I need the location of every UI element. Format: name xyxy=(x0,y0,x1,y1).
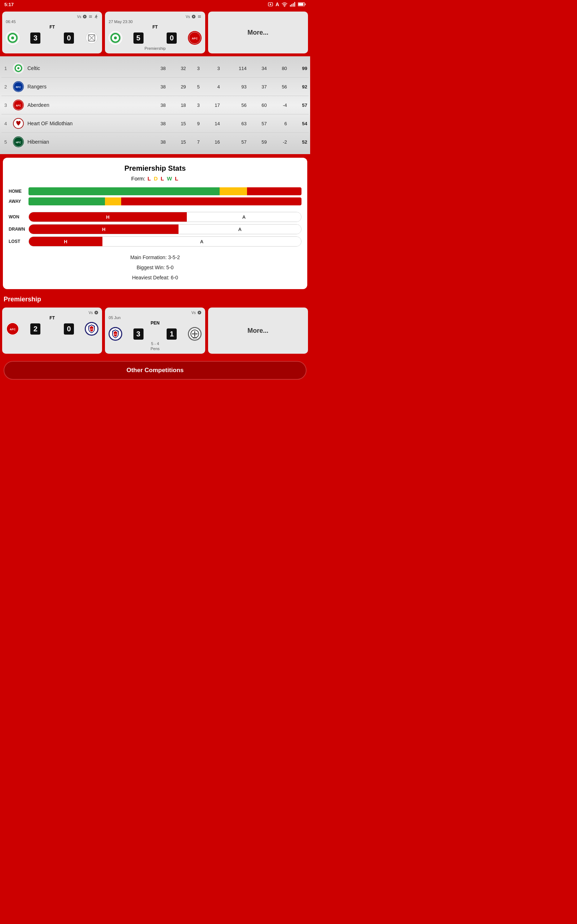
table-row[interactable]: 1 Celtic 38 32 3 3 114 xyxy=(2,59,309,78)
aberdeen-logo-small: AFC xyxy=(13,100,24,110)
home-bar-row: HOME xyxy=(9,187,301,195)
smatch2-home-score: 3 xyxy=(134,328,143,340)
team-cell-celtic: 1 xyxy=(4,63,24,74)
hibs-logo-small: HFC xyxy=(13,136,24,147)
won-bar-container: H A xyxy=(29,212,301,222)
won-bar-row: WON H A xyxy=(9,212,301,222)
svg-point-1 xyxy=(270,3,271,5)
match-more-card[interactable]: More... xyxy=(208,11,308,53)
top-matches-section: Vs 06:45 FT 3 0 xyxy=(0,9,310,56)
svg-rect-4 xyxy=(292,4,292,6)
svg-text:HFC: HFC xyxy=(16,141,21,144)
smatch2-vs-icons: Vs xyxy=(108,310,201,315)
match2-status: FT xyxy=(108,24,201,30)
celtic-logo-small xyxy=(13,63,24,74)
signal-icon xyxy=(290,2,296,7)
ross-county-logo: RCFC xyxy=(85,322,98,336)
away-bar-label: AWAY xyxy=(9,199,29,204)
svg-text:AFC: AFC xyxy=(16,104,21,107)
svg-rect-6 xyxy=(294,2,295,7)
home-bar-label: HOME xyxy=(9,189,29,194)
drawn-home-section: H xyxy=(29,225,179,234)
svg-rect-9 xyxy=(305,3,305,5)
battery-icon xyxy=(298,2,306,6)
match-card-1[interactable]: Vs 06:45 FT 3 0 xyxy=(2,11,102,53)
match1-home-score: 3 xyxy=(30,32,40,44)
other-competitions-button[interactable]: Other Competitions xyxy=(3,361,306,380)
match1-status: FT xyxy=(6,24,98,30)
team-cell-hibs: 5 HFC xyxy=(4,136,24,147)
thistle-logo: 1876 xyxy=(188,327,201,341)
smatch2-teams: RCFC 3 1 1 xyxy=(108,327,201,341)
form-letter-3: L xyxy=(161,175,164,181)
svg-text:RFC: RFC xyxy=(16,86,21,89)
team-cell-aberdeen: 3 AFC xyxy=(4,100,24,110)
smatch2-home-logo: RCFC xyxy=(108,327,122,341)
team-cell-hearts: 4 xyxy=(4,118,24,129)
smatch1-teams: AFC 2 0 RCFC xyxy=(6,322,98,336)
lost-bar-container: H A xyxy=(29,236,301,247)
match-more-label: More... xyxy=(247,29,268,36)
lost-bar-label: LOST xyxy=(9,239,29,244)
match2-away-logo: AFC xyxy=(188,31,201,45)
team-name-aberdeen: Aberdeen xyxy=(27,102,49,108)
away-bar-row: AWAY xyxy=(9,197,301,205)
match2-date: 27 May 23:30 xyxy=(108,19,201,24)
league-table-section: 1 Celtic 38 32 3 3 114 xyxy=(0,56,310,154)
svg-rect-8 xyxy=(298,3,303,5)
form-letter-1: L xyxy=(148,175,151,181)
svg-text:RCFC: RCFC xyxy=(89,328,94,330)
lost-home-section: H xyxy=(29,237,102,246)
table-row[interactable]: 2 RFC Rangers 38 29 5 4 93 37 xyxy=(2,78,309,96)
smatch-card-2[interactable]: Vs 05 Jun PEN RCFC 3 1 xyxy=(105,307,205,354)
match2-home-logo xyxy=(108,31,122,45)
smatch2-status: PEN xyxy=(108,320,201,326)
table-row[interactable]: 5 HFC Hibernian 38 15 7 16 57 59 xyxy=(2,133,309,151)
won-away-section: A xyxy=(187,212,301,221)
rangers-logo-small: RFC xyxy=(13,81,24,92)
svg-point-40 xyxy=(194,333,195,334)
won-bar-label: WON xyxy=(9,215,29,220)
hearts-logo-small xyxy=(13,118,24,129)
smatch-card-1[interactable]: Vs FT AFC 2 0 xyxy=(2,307,102,354)
svg-point-19 xyxy=(114,36,117,39)
form-label: Form: xyxy=(131,175,145,181)
smatch1-home-score: 2 xyxy=(30,323,40,334)
team-name-rangers: Rangers xyxy=(27,84,47,89)
form-letter-2: D xyxy=(154,175,158,181)
smatch1-away-score: 0 xyxy=(64,323,74,334)
svg-text:AFC: AFC xyxy=(192,37,198,40)
stats-title: Premiership Stats xyxy=(9,164,301,173)
match1-teams: 3 0 xyxy=(6,31,98,45)
match1-away-logo xyxy=(85,31,98,45)
drawn-bar-container: H A xyxy=(29,224,301,234)
smatch2-date: 05 Jun xyxy=(108,315,201,320)
match1-away-score: 0 xyxy=(64,32,74,44)
svg-point-24 xyxy=(17,67,19,69)
match-card-2[interactable]: Vs 27 May 23:30 FT 5 0 xyxy=(105,11,205,53)
team-name-celtic: Celtic xyxy=(27,65,40,71)
smatch2-away-score: 1 xyxy=(167,328,177,340)
svg-point-12 xyxy=(11,36,14,39)
table-row[interactable]: 3 AFC Aberdeen 38 18 3 17 56 60 xyxy=(2,96,309,115)
bottom-matches-section: Vs FT AFC 2 0 xyxy=(0,305,310,357)
team-name-hibs: Hibernian xyxy=(27,139,49,145)
smatch2-pen-score: 5 - 4 xyxy=(108,341,201,346)
biggest-win: Biggest Win: 5-0 xyxy=(9,262,301,273)
match2-teams: 5 0 AFC xyxy=(108,31,201,45)
smatch-more-card[interactable]: More... xyxy=(208,307,308,354)
svg-rect-3 xyxy=(290,5,291,7)
heaviest-defeat: Heaviest Defeat: 6-0 xyxy=(9,273,301,283)
home-bar-container xyxy=(29,187,301,195)
smatch1-vs-icons: Vs xyxy=(6,310,98,315)
form-letter-5: L xyxy=(175,175,178,181)
other-competitions-label: Other Competitions xyxy=(127,367,184,373)
match1-date: 06:45 xyxy=(6,19,98,24)
drawn-away-section: A xyxy=(179,225,301,234)
svg-text:1876: 1876 xyxy=(193,337,197,339)
table-row[interactable]: 4 Heart OF Midlothian 38 15 9 14 63 xyxy=(2,115,309,133)
status-icons: A xyxy=(268,2,306,7)
svg-rect-5 xyxy=(293,3,293,7)
match2-home-score: 5 xyxy=(134,32,143,44)
bottom-matches-row: Vs FT AFC 2 0 xyxy=(2,307,308,354)
